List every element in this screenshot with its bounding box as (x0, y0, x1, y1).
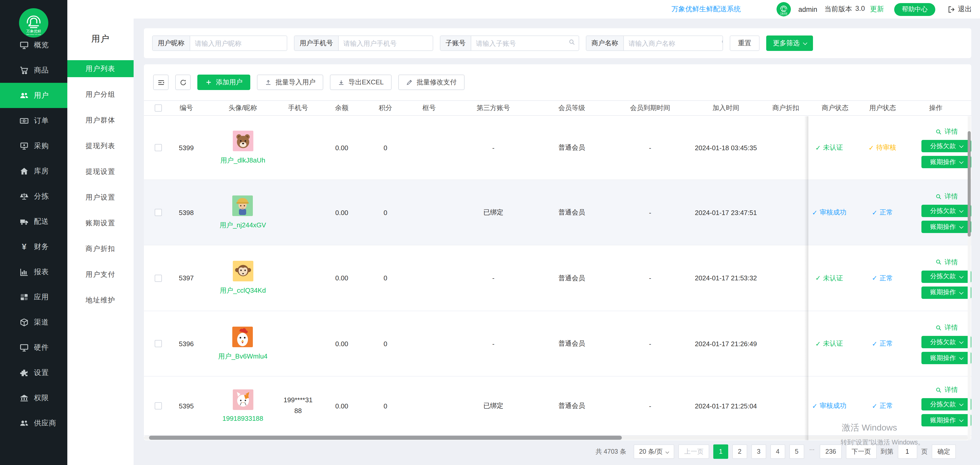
user-avatar[interactable] (232, 261, 253, 281)
chevron-down-icon (959, 160, 964, 164)
billing-op-button[interactable]: 账期操作 (921, 221, 971, 233)
batch-import-button[interactable]: 批量导入用户 (257, 75, 323, 90)
scale-icon (19, 192, 29, 201)
page-button-4[interactable]: 4 (770, 444, 785, 459)
user-nickname-link[interactable]: 用户_dlkJ8aUh (220, 156, 266, 165)
filter-input[interactable] (628, 39, 719, 47)
select-all-checkbox[interactable] (154, 104, 162, 112)
help-center-button[interactable]: 帮助中心 (894, 3, 935, 16)
sidebar-item-delivery[interactable]: 配送 (0, 209, 67, 234)
sidebar-item-reports[interactable]: 报表 (0, 259, 67, 284)
detail-link[interactable]: 详情 (935, 257, 958, 267)
billing-op-button[interactable]: 账期操作 (921, 352, 971, 364)
export-excel-button[interactable]: 导出EXCEL (330, 75, 391, 90)
sorting-debt-button[interactable]: 分拣欠款 (921, 140, 971, 152)
submenu-item-8[interactable]: 用户支付 (67, 266, 134, 283)
row-checkbox[interactable] (154, 402, 162, 409)
sidebar-item-permissions[interactable]: 权限 (0, 385, 67, 411)
per-page-select[interactable]: 20 条/页 (633, 444, 675, 459)
jump-page-input[interactable] (897, 444, 917, 459)
update-link[interactable]: 更新 (870, 5, 884, 14)
refresh-button[interactable] (175, 75, 191, 90)
filter-input[interactable] (195, 39, 285, 47)
user-avatar[interactable]: 万象优鲜WAN XIANG YOU XIAN (777, 2, 791, 16)
sidebar-item-hardware[interactable]: 硬件 (0, 335, 67, 360)
table-header: 编号头像/昵称手机号余额积分框号第三方账号会员等级会员到期时间加入时间商户折扣商… (144, 100, 971, 116)
submenu-item-6[interactable]: 账期设置 (67, 214, 134, 232)
detail-link[interactable]: 详情 (935, 323, 958, 332)
page-button-1[interactable]: 1 (713, 444, 728, 459)
add-user-button[interactable]: 添加用户 (197, 75, 250, 90)
user-nickname-link[interactable]: 用户_nj244xGV (220, 221, 266, 230)
row-checkbox[interactable] (154, 275, 162, 281)
sidebar-item-warehouse[interactable]: 库房 (0, 158, 67, 184)
user-nickname-link[interactable]: 用户_cclQ34Kd (220, 286, 266, 295)
prev-page-button[interactable]: 上一页 (679, 444, 709, 459)
sorting-debt-button[interactable]: 分拣欠款 (921, 336, 971, 348)
user-status-cell: ✓正常 (850, 245, 915, 311)
billing-op-button[interactable]: 账期操作 (921, 414, 971, 427)
filter-input[interactable] (343, 39, 433, 47)
jump-confirm-button[interactable]: 确定 (932, 444, 956, 459)
member-expire-cell: - (611, 116, 689, 179)
sidebar-item-settings[interactable]: 设置 (0, 360, 67, 385)
page-button-2[interactable]: 2 (732, 444, 747, 459)
billing-op-button[interactable]: 账期操作 (921, 156, 971, 168)
detail-link[interactable]: 详情 (935, 192, 958, 201)
submenu-item-2[interactable]: 用户群体 (67, 112, 134, 129)
filter-input-wrap (190, 36, 287, 50)
vertical-scrollbar-thumb[interactable] (968, 131, 971, 236)
user-avatar[interactable] (232, 326, 253, 347)
sorting-debt-button[interactable]: 分拣欠款 (921, 270, 971, 283)
sidebar-item-purchase[interactable]: 采购 (0, 133, 67, 158)
submenu-item-5[interactable]: 用户设置 (67, 189, 134, 206)
more-filters-button[interactable]: 更多筛选 (766, 35, 813, 51)
box-no-cell (403, 311, 455, 376)
billing-op-label: 账期操作 (930, 354, 956, 363)
sidebar-item-overview[interactable]: 概览 (0, 32, 67, 58)
filter-input[interactable] (476, 39, 566, 47)
billing-op-button[interactable]: 账期操作 (921, 286, 971, 299)
page-button-3[interactable]: 3 (751, 444, 766, 459)
user-nickname-link[interactable]: 19918933188 (222, 415, 263, 422)
sidebar-item-finance[interactable]: ¥财务 (0, 234, 67, 259)
sidebar-item-orders[interactable]: 订单 (0, 108, 67, 133)
column-toggle-button[interactable] (153, 75, 169, 90)
submenu-item-4[interactable]: 提现设置 (67, 163, 134, 180)
user-avatar[interactable] (232, 195, 253, 216)
next-page-button[interactable]: 下一页 (846, 444, 877, 459)
sidebar-item-suppliers[interactable]: 供应商 (0, 411, 67, 436)
sidebar-item-apps[interactable]: 应用 (0, 284, 67, 310)
sidebar-item-users[interactable]: 用户 (0, 83, 67, 108)
sidebar-item-label: 权限 (34, 393, 49, 403)
row-checkbox[interactable] (154, 144, 162, 151)
batch-modify-pay-button[interactable]: 批量修改支付 (398, 75, 464, 90)
sorting-debt-button[interactable]: 分拣欠款 (921, 398, 971, 411)
join-time-cell: 2024-01-17 21:25:04 (689, 377, 763, 435)
sorting-debt-button[interactable]: 分拣欠款 (921, 205, 971, 217)
sidebar-item-channels[interactable]: 渠道 (0, 310, 67, 335)
logout-label: 退出 (958, 5, 972, 14)
submenu-item-9[interactable]: 地址维护 (67, 292, 134, 308)
row-checkbox[interactable] (154, 340, 162, 347)
filter-label: 用户手机号 (294, 36, 339, 50)
horizontal-scrollbar-thumb[interactable] (149, 436, 622, 440)
sidebar-item-goods[interactable]: 商品 (0, 58, 67, 83)
submenu-item-7[interactable]: 商户折扣 (67, 240, 134, 257)
page-button-5[interactable]: 5 (789, 444, 804, 459)
user-avatar[interactable] (232, 389, 253, 410)
system-title-link[interactable]: 万象优鲜生鲜配送系统 (671, 5, 741, 14)
page-button-236[interactable]: 236 (820, 444, 842, 459)
detail-link[interactable]: 详情 (935, 385, 958, 395)
submenu-item-0[interactable]: 用户列表 (67, 60, 134, 77)
user-nickname-link[interactable]: 用户_Bv6Wmlu4 (218, 352, 267, 361)
user-avatar[interactable] (232, 130, 253, 151)
submenu-item-1[interactable]: 用户分组 (67, 86, 134, 103)
sidebar-item-sorting[interactable]: 分拣 (0, 184, 67, 209)
submenu-item-3[interactable]: 提现列表 (67, 137, 134, 154)
logout-button[interactable]: 退出 (948, 5, 972, 14)
detail-link[interactable]: 详情 (935, 127, 958, 136)
row-checkbox[interactable] (154, 209, 162, 216)
horizontal-scrollbar[interactable] (144, 436, 968, 440)
reset-button[interactable]: 重置 (730, 35, 760, 51)
